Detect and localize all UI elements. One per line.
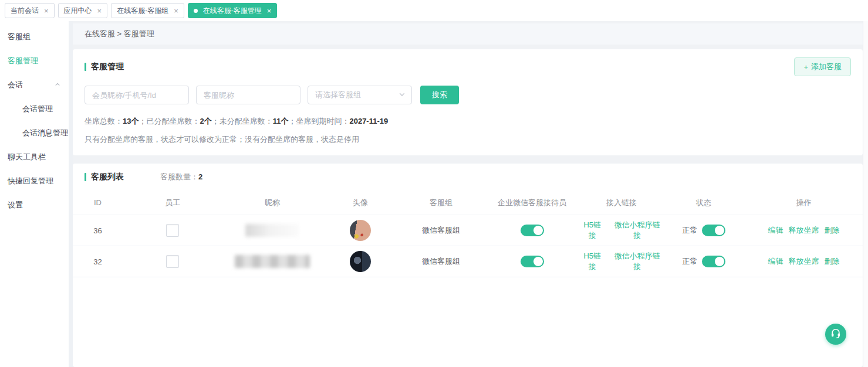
add-agent-button[interactable]: + 添加客服	[794, 57, 851, 76]
status-toggle[interactable]	[702, 225, 725, 236]
agent-nickname-input[interactable]	[196, 86, 300, 104]
tab-current-session[interactable]: 当前会话 ×	[5, 3, 55, 18]
col-actions: 操作	[745, 198, 863, 208]
agent-id: 36	[73, 226, 123, 235]
table-row: 36 微信客服组 H5链接 微信小程序链接 正常	[73, 215, 863, 246]
seat-expiry-value: 2027-11-19	[349, 117, 388, 125]
agent-group: 微信客服组	[398, 256, 484, 267]
title-accent-bar	[85, 63, 86, 71]
agent-count-value: 2	[198, 172, 202, 181]
edit-link[interactable]: 编辑	[768, 256, 783, 267]
member-search-input[interactable]	[85, 86, 189, 104]
sidebar-item-label: 聊天工具栏	[8, 152, 46, 162]
agent-list-panel: 客服列表 客服数量：2 ID 员工 昵称 头像 客服组 企业微信客服接待员 接入…	[73, 164, 863, 367]
h5-link[interactable]: H5链接	[580, 220, 604, 241]
release-seat-link[interactable]: 释放坐席	[789, 225, 819, 236]
seat-assigned-value: 2个	[200, 117, 211, 125]
search-button[interactable]: 搜索	[420, 86, 459, 104]
sidebar: 客服组 客服管理 会话 会话管理 会话消息管理 聊天工具栏 快捷回复管理	[0, 21, 69, 367]
sidebar-item-label: 会话管理	[22, 104, 53, 114]
headset-icon	[830, 327, 842, 341]
delete-link[interactable]: 删除	[825, 256, 840, 267]
status-toggle[interactable]	[702, 256, 725, 267]
sidebar-item-label: 快捷回复管理	[8, 176, 53, 186]
seat-total-value: 13个	[123, 117, 139, 125]
col-employee: 员工	[123, 198, 222, 208]
breadcrumb: 在线客服 > 客服管理	[73, 23, 863, 45]
avatar	[350, 220, 371, 241]
tab-app-center[interactable]: 应用中心 ×	[58, 3, 108, 18]
redacted-nickname	[235, 255, 310, 268]
panel-title: 客服管理	[85, 62, 124, 72]
tab-label: 在线客服-客服组	[117, 6, 168, 16]
col-group: 客服组	[398, 198, 484, 208]
tab-label: 应用中心	[64, 6, 92, 16]
tab-agent-group[interactable]: 在线客服-客服组 ×	[111, 3, 184, 18]
customer-service-float-button[interactable]	[825, 324, 846, 345]
table-row: 32 微信客服组 H5链接 微信小程序链接 正常	[73, 246, 863, 277]
seat-unassigned-value: 11个	[273, 117, 289, 125]
col-access-link: 接入链接	[580, 198, 663, 208]
tab-bar: 当前会话 × 应用中心 × 在线客服-客服组 × 在线客服-客服管理 ×	[0, 0, 868, 21]
wework-receptionist-toggle[interactable]	[521, 225, 544, 236]
agent-group-select[interactable]: 请选择客服组	[308, 86, 412, 104]
tab-label: 在线客服-客服管理	[203, 6, 262, 16]
seat-stats: 坐席总数：13个；已分配坐席数：2个；未分配坐席数：11个；坐席到期时间：202…	[85, 116, 851, 127]
list-title: 客服列表	[85, 172, 124, 182]
col-wework-receptionist: 企业微信客服接待员	[484, 198, 580, 208]
scrollbar[interactable]	[863, 21, 868, 367]
table-header-row: ID 员工 昵称 头像 客服组 企业微信客服接待员 接入链接 状态 操作	[73, 191, 863, 215]
miniprogram-link[interactable]: 微信小程序链接	[612, 220, 663, 241]
chevron-down-icon	[398, 91, 406, 100]
chevron-up-icon	[55, 80, 60, 89]
close-icon[interactable]: ×	[174, 7, 178, 15]
plus-icon: +	[803, 63, 808, 72]
miniprogram-link[interactable]: 微信小程序链接	[612, 251, 663, 272]
main-content: 在线客服 > 客服管理 客服管理 + 添加客服	[73, 21, 863, 367]
agent-table: ID 员工 昵称 头像 客服组 企业微信客服接待员 接入链接 状态 操作 36	[73, 191, 863, 277]
sidebar-item-agent-group[interactable]: 客服组	[0, 25, 69, 49]
sidebar-item-agent-management[interactable]: 客服管理	[0, 49, 69, 73]
edit-link[interactable]: 编辑	[768, 225, 783, 236]
tab-label: 当前会话	[11, 6, 39, 16]
title-accent-bar	[85, 173, 86, 181]
sidebar-item-label: 设置	[8, 200, 23, 210]
sidebar-item-session[interactable]: 会话	[0, 73, 69, 97]
col-avatar: 头像	[322, 198, 398, 208]
close-icon[interactable]: ×	[44, 7, 49, 15]
close-icon[interactable]: ×	[97, 7, 102, 15]
status-label: 正常	[683, 256, 698, 267]
search-bar: 请选择客服组 搜索	[85, 86, 851, 104]
release-seat-link[interactable]: 释放坐席	[789, 256, 819, 267]
sidebar-gap	[69, 21, 73, 367]
agent-count: 客服数量：2	[160, 172, 202, 182]
sidebar-item-label: 会话消息管理	[22, 128, 68, 138]
app-root: 当前会话 × 应用中心 × 在线客服-客服组 × 在线客服-客服管理 × 客服组…	[0, 0, 868, 367]
agent-id: 32	[73, 257, 123, 266]
avatar	[350, 251, 371, 272]
h5-link[interactable]: H5链接	[580, 251, 604, 272]
status-note: 只有分配坐席的客服，状态才可以修改为正常；没有分配坐席的客服，状态是停用	[85, 134, 851, 145]
col-nickname: 昵称	[222, 198, 322, 208]
col-id: ID	[73, 198, 123, 207]
col-status: 状态	[663, 198, 745, 208]
sidebar-item-session-message-management[interactable]: 会话消息管理	[0, 121, 69, 145]
wework-receptionist-toggle[interactable]	[521, 256, 544, 267]
sidebar-item-chat-toolbar[interactable]: 聊天工具栏	[0, 145, 69, 169]
delete-link[interactable]: 删除	[825, 225, 840, 236]
sidebar-item-label: 客服管理	[8, 56, 38, 66]
agent-group: 微信客服组	[398, 225, 484, 236]
status-label: 正常	[683, 225, 698, 236]
employee-checkbox[interactable]	[166, 255, 179, 268]
select-placeholder: 请选择客服组	[315, 90, 361, 100]
sidebar-item-quick-reply-management[interactable]: 快捷回复管理	[0, 169, 69, 193]
employee-checkbox[interactable]	[166, 224, 179, 237]
sidebar-item-settings[interactable]: 设置	[0, 193, 69, 217]
tab-agent-management[interactable]: 在线客服-客服管理 ×	[188, 3, 278, 18]
agent-management-panel: 客服管理 + 添加客服 请选择客服组	[73, 49, 863, 155]
active-dot-icon	[194, 9, 198, 13]
close-icon[interactable]: ×	[267, 7, 272, 15]
sidebar-item-label: 客服组	[8, 32, 31, 42]
sidebar-item-label: 会话	[8, 80, 23, 90]
sidebar-item-session-management[interactable]: 会话管理	[0, 97, 69, 121]
